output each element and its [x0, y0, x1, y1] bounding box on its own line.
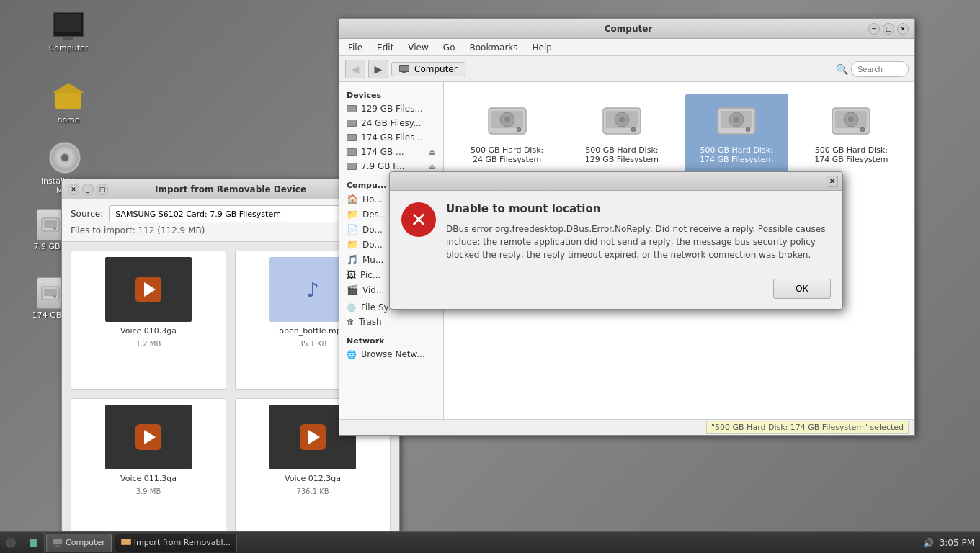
sidebar-item-browse-network[interactable]: 🌐 Browse Netw...	[339, 347, 443, 361]
dialog-titlebar: ✕	[390, 172, 842, 191]
import-max-btn[interactable]: □	[97, 184, 108, 195]
computer-window-title: Computer	[388, 24, 868, 34]
desktop-icon-home[interactable]: home	[40, 79, 97, 125]
toolbar: ◀ ▶ Computer 🔍	[339, 56, 914, 82]
sidebar-item-dev3[interactable]: 174 GB Files...	[339, 130, 443, 145]
sidebar-docs-label: Do...	[362, 225, 383, 235]
file-size-2: 35.1 KB	[299, 340, 327, 348]
window-control-buttons: ─ □ ✕	[868, 23, 909, 35]
source-value: SAMSUNG S6102 Card: 7.9 GB Filesystem	[115, 210, 281, 219]
list-item[interactable]: Voice 010.3ga 1.2 MB	[71, 251, 226, 390]
sidebar-item-dev4[interactable]: 174 GB ... ⏏	[339, 145, 443, 159]
downloads-folder-icon: 📁	[347, 239, 358, 250]
videos-folder-icon: 🎬	[347, 284, 358, 295]
video-thumb-2	[105, 405, 192, 469]
desktop: Computer home Install Linux Mint 7.9 G	[0, 0, 980, 553]
sidebar-dev4-label: 174 GB ...	[361, 147, 404, 157]
file-name-2: open_bottle.mp3	[279, 326, 346, 336]
svg-point-13	[517, 127, 521, 132]
close-btn[interactable]: ✕	[897, 23, 909, 35]
import-close-btn[interactable]: ✕	[68, 184, 79, 195]
svg-point-5	[53, 295, 56, 298]
pictures-folder-icon: 🖼	[347, 269, 356, 280]
speaker-icon[interactable]: 🔊	[923, 538, 934, 548]
taskbar-import-app[interactable]: Import from Removabl...	[115, 534, 237, 552]
statusbar: "500 GB Hard Disk: 174 GB Filesystem" se…	[339, 419, 914, 435]
svg-point-22	[734, 117, 739, 122]
hdd-icon-5	[347, 163, 357, 170]
menu-go[interactable]: Go	[437, 41, 461, 54]
import-min-btn[interactable]: _	[82, 184, 94, 195]
menu-view[interactable]: View	[402, 41, 434, 54]
disk-item-2[interactable]: 500 GB Hard Disk:129 GB Filesystem	[570, 94, 673, 173]
file-size-3: 3.9 MB	[136, 487, 161, 495]
taskbar-left	[0, 532, 45, 553]
sidebar-trash-label: Trash	[359, 317, 382, 327]
dialog-body: ✕ Unable to mount location DBus error or…	[390, 191, 842, 273]
home-icon-label: home	[57, 115, 79, 125]
menu-icon	[6, 538, 16, 548]
disk-item-3[interactable]: 500 GB Hard Disk:174 GB Filesystem	[685, 94, 788, 173]
menu-bookmarks[interactable]: Bookmarks	[463, 41, 523, 54]
minimize-btn[interactable]: ─	[868, 23, 880, 35]
sidebar-home-label: Ho...	[362, 194, 383, 204]
dialog-content: Unable to mount location DBus error org.…	[446, 202, 831, 261]
search-input[interactable]	[851, 61, 909, 77]
back-btn[interactable]: ◀	[345, 60, 365, 78]
forward-btn[interactable]: ▶	[368, 60, 388, 78]
svg-point-17	[619, 117, 625, 122]
sidebar-dev5-label: 7.9 GB F...	[361, 161, 405, 171]
taskbar-files-btn[interactable]	[22, 532, 45, 554]
search-icon: 🔍	[836, 63, 848, 75]
sidebar-pictures-label: Pic...	[360, 270, 380, 280]
sidebar-item-dev2[interactable]: 24 GB Filesy...	[339, 116, 443, 130]
svg-rect-4	[44, 289, 57, 296]
hdd-icon-3	[347, 134, 357, 141]
home-folder-icon: 🏠	[347, 194, 358, 204]
disk-label-2: 500 GB Hard Disk:129 GB Filesystem	[585, 145, 659, 164]
taskbar-menu-btn[interactable]	[0, 532, 22, 554]
menu-help[interactable]: Help	[527, 41, 558, 54]
svg-point-12	[504, 117, 510, 122]
maximize-btn[interactable]: □	[883, 23, 894, 35]
svg-point-35	[6, 539, 15, 547]
hdd-icon-1	[347, 105, 357, 112]
disk-item-1[interactable]: 500 GB Hard Disk:24 GB Filesystem	[455, 94, 558, 173]
file-size-1: 1.2 MB	[136, 340, 161, 348]
desktop-folder-icon: 📁	[347, 209, 358, 220]
sidebar-dev3-label: 174 GB Files...	[361, 132, 423, 143]
dialog-ok-btn[interactable]: OK	[773, 279, 831, 299]
menu-file[interactable]: File	[342, 41, 368, 54]
sidebar-network-header: Network	[339, 333, 443, 347]
taskbar-right: 🔊 3:05 PM	[917, 538, 980, 548]
disk-icon-1	[484, 102, 530, 140]
docs-folder-icon: 📄	[347, 224, 358, 235]
computer-titlebar: Computer ─ □ ✕	[339, 19, 914, 39]
search-box: 🔍	[836, 61, 909, 77]
svg-point-27	[848, 117, 854, 122]
sidebar-item-trash[interactable]: 🗑 Trash	[339, 315, 443, 329]
list-item[interactable]: Voice 011.3ga 3.9 MB	[71, 398, 226, 537]
dvd-icon	[48, 140, 82, 175]
taskbar-computer-app[interactable]: Computer	[46, 534, 112, 552]
dialog-footer: OK	[390, 273, 842, 309]
sidebar-item-dev1[interactable]: 129 GB Files...	[339, 102, 443, 116]
taskbar-computer-label: Computer	[66, 538, 105, 547]
desktop-icon-computer[interactable]: Computer	[40, 7, 97, 53]
files-icon	[28, 538, 38, 548]
computer-taskbar-icon	[53, 539, 63, 547]
dialog-title: Unable to mount location	[446, 202, 831, 215]
sidebar-devices-header: Devices	[339, 88, 443, 102]
menu-edit[interactable]: Edit	[371, 41, 399, 54]
location-computer-btn[interactable]: Computer	[391, 62, 466, 76]
video-thumb-1	[105, 257, 192, 322]
dialog-close-btn[interactable]: ✕	[827, 176, 838, 187]
taskbar-time: 3:05 PM	[940, 538, 974, 548]
sidebar-videos-label: Vid...	[362, 285, 384, 295]
disk-item-4[interactable]: 500 GB Hard Disk:174 GB Filesystem	[800, 94, 903, 173]
trash-icon: 🗑	[347, 318, 355, 327]
disk-label-1: 500 GB Hard Disk:24 GB Filesystem	[471, 145, 543, 164]
sidebar-music-label: Mu...	[362, 255, 383, 265]
hdd-icon-4	[347, 148, 357, 156]
sidebar-desktop-label: Des...	[362, 210, 387, 220]
